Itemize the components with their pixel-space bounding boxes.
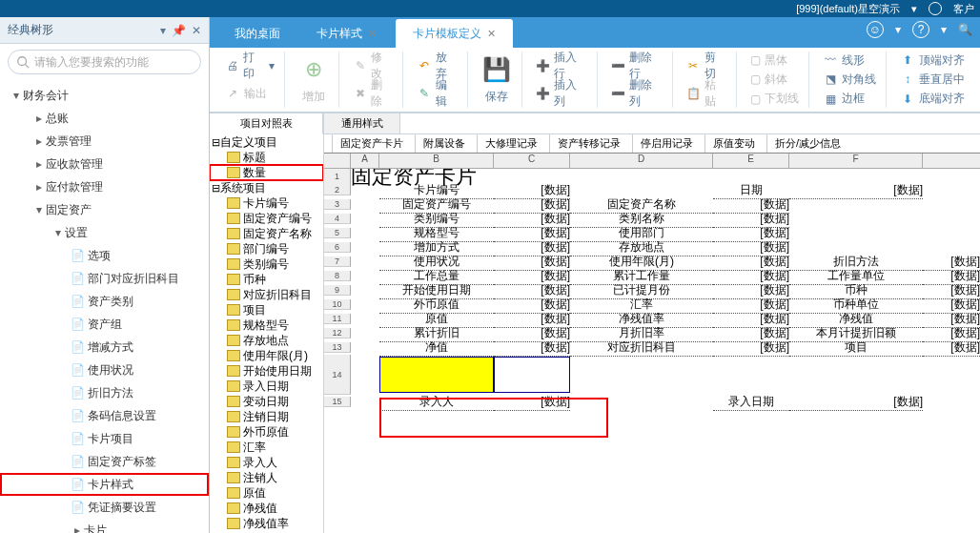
- nav-leaf[interactable]: ▸卡片: [0, 519, 209, 533]
- field-item[interactable]: 卡片编号: [210, 195, 323, 211]
- nav-leaf[interactable]: 📄增减方式: [0, 336, 209, 359]
- diagonal-button[interactable]: ⬔对角线: [819, 71, 880, 88]
- edit-button[interactable]: ✎编辑: [413, 83, 460, 104]
- help-icon[interactable]: ?: [912, 21, 929, 38]
- field-item[interactable]: 存放地点: [210, 333, 323, 348]
- close-icon[interactable]: ✕: [368, 28, 377, 40]
- section-tab[interactable]: 资产转移记录: [549, 134, 628, 153]
- field-item[interactable]: 币种: [210, 272, 323, 287]
- nav-leaf[interactable]: 📄资产类别: [0, 290, 209, 313]
- align-top-button[interactable]: ⬆顶端对齐: [896, 51, 969, 69]
- field-tab-compare[interactable]: 项目对照表: [210, 113, 323, 134]
- field-item[interactable]: 固定资产名称: [210, 226, 323, 241]
- col-header[interactable]: C: [494, 154, 570, 168]
- field-item[interactable]: 使用年限(月): [210, 348, 323, 363]
- field-item[interactable]: 录入人: [210, 455, 323, 470]
- nav-leaf[interactable]: 📄凭证摘要设置: [0, 496, 209, 519]
- cut-button[interactable]: ✂剪切: [683, 55, 730, 76]
- dropdown-icon[interactable]: ▾: [911, 3, 917, 15]
- nav-item[interactable]: ▸发票管理: [0, 130, 209, 153]
- field-item[interactable]: 注销日期: [210, 409, 323, 424]
- delete-col-button[interactable]: ➖删除列: [607, 83, 666, 104]
- border-button[interactable]: ▦边框: [819, 91, 880, 108]
- col-header[interactable]: B: [379, 154, 494, 168]
- delete-row-button[interactable]: ➖删除行: [607, 55, 666, 76]
- field-item[interactable]: 净残值: [210, 501, 323, 516]
- discard-button[interactable]: ↶放弃: [413, 55, 460, 76]
- nav-settings[interactable]: ▾设置: [0, 221, 209, 244]
- nav-leaf[interactable]: 📄使用状况: [0, 359, 209, 381]
- align-middle-button[interactable]: ↕垂直居中: [896, 71, 969, 88]
- bold-button[interactable]: ▢ 黑体: [746, 51, 803, 69]
- field-item[interactable]: 标题: [210, 150, 323, 165]
- close-icon[interactable]: ✕: [487, 28, 496, 40]
- nav-item[interactable]: ▸应付款管理: [0, 175, 209, 198]
- smile-icon[interactable]: ☺: [867, 21, 884, 38]
- field-item[interactable]: 规格型号: [210, 318, 323, 333]
- section-tab[interactable]: 大修理记录: [477, 134, 545, 153]
- nav-card-style[interactable]: 📄卡片样式: [0, 473, 209, 496]
- line-button[interactable]: 〰线形: [819, 51, 880, 69]
- col-header[interactable]: E: [713, 154, 789, 168]
- sidebar-title: 经典树形: [8, 22, 53, 38]
- field-item[interactable]: 对应折旧科目: [210, 287, 323, 302]
- nav-leaf[interactable]: 📄固定资产标签: [0, 450, 209, 473]
- field-item[interactable]: 项目: [210, 302, 323, 318]
- field-item[interactable]: 汇率: [210, 440, 323, 455]
- field-item[interactable]: 变动日期: [210, 394, 323, 409]
- export-button[interactable]: ↗输出: [221, 83, 278, 104]
- insert-row-button[interactable]: ➕插入行: [532, 55, 591, 76]
- field-item[interactable]: 外币原值: [210, 424, 323, 440]
- col-header[interactable]: F: [789, 154, 923, 168]
- section-tab[interactable]: 固定资产卡片: [332, 134, 411, 153]
- print-button[interactable]: 🖨打印 ▾: [221, 55, 278, 76]
- search-input[interactable]: 请输入您要搜索的功能: [8, 50, 201, 74]
- nav-fixed-asset[interactable]: ▾固定资产: [0, 198, 209, 221]
- tab-card-style[interactable]: 卡片样式✕: [299, 19, 394, 48]
- nav-leaf[interactable]: 📄条码信息设置: [0, 404, 209, 427]
- style-tab[interactable]: 通用样式: [324, 113, 400, 133]
- col-header[interactable]: A: [351, 154, 379, 168]
- chat-icon[interactable]: [929, 2, 942, 15]
- col-header[interactable]: D: [570, 154, 713, 168]
- field-cat-system[interactable]: ⊟ 系统项目: [210, 180, 323, 195]
- field-item[interactable]: 注销人: [210, 470, 323, 485]
- insert-col-button[interactable]: ➕插入列: [532, 83, 591, 104]
- section-tab[interactable]: 原值变动: [704, 134, 763, 153]
- nav-leaf[interactable]: 📄卡片项目: [0, 427, 209, 450]
- delete-button[interactable]: ✖删除: [349, 83, 397, 104]
- align-bottom-button[interactable]: ⬇底端对齐: [896, 91, 969, 108]
- dropdown-icon[interactable]: ▾: [160, 24, 166, 37]
- nav-leaf[interactable]: 📄折旧方法: [0, 381, 209, 404]
- section-tab[interactable]: 附属设备: [415, 134, 473, 153]
- nav-item[interactable]: ▸总账: [0, 107, 209, 130]
- field-item[interactable]: 类别编号: [210, 256, 323, 272]
- pin-icon[interactable]: 📌: [172, 24, 186, 37]
- section-tab[interactable]: 停启用记录: [632, 134, 701, 153]
- paste-button[interactable]: 📋粘贴: [683, 83, 730, 104]
- tab-card-template[interactable]: 卡片模板定义✕: [396, 19, 513, 48]
- save-button[interactable]: 💾保存: [478, 52, 516, 108]
- field-item-qty[interactable]: 数量: [210, 165, 323, 180]
- italic-button[interactable]: ▢ 斜体: [746, 71, 803, 88]
- close-icon[interactable]: ✕: [192, 24, 201, 37]
- nav-finance[interactable]: ▾财务会计: [0, 84, 209, 107]
- field-item[interactable]: 原值: [210, 485, 323, 501]
- field-item[interactable]: 录入日期: [210, 379, 323, 394]
- search-icon[interactable]: 🔍: [958, 23, 972, 36]
- add-button[interactable]: ⊕增加: [295, 52, 333, 108]
- nav-leaf[interactable]: 📄资产组: [0, 313, 209, 336]
- section-tab[interactable]: 折分/减少信息: [766, 134, 848, 153]
- nav-leaf[interactable]: 📄部门对应折旧科目: [0, 267, 209, 290]
- tab-desktop[interactable]: 我的桌面: [217, 19, 297, 48]
- field-item[interactable]: 净残值率: [210, 516, 323, 531]
- modify-button[interactable]: ✎修改: [349, 55, 397, 76]
- underline-button[interactable]: ▢ 下划线: [746, 91, 803, 108]
- nav-item[interactable]: ▸应收款管理: [0, 153, 209, 175]
- field-item[interactable]: 部门编号: [210, 241, 323, 256]
- field-item[interactable]: 固定资产编号: [210, 211, 323, 226]
- spreadsheet[interactable]: A B C D E F 1 固定资产卡片 2卡片编号[数据]日期[数据]3固定资…: [324, 154, 980, 533]
- nav-leaf[interactable]: 📄选项: [0, 244, 209, 267]
- field-cat-custom[interactable]: ⊟ 自定义项目: [210, 134, 323, 150]
- field-item[interactable]: 开始使用日期: [210, 363, 323, 379]
